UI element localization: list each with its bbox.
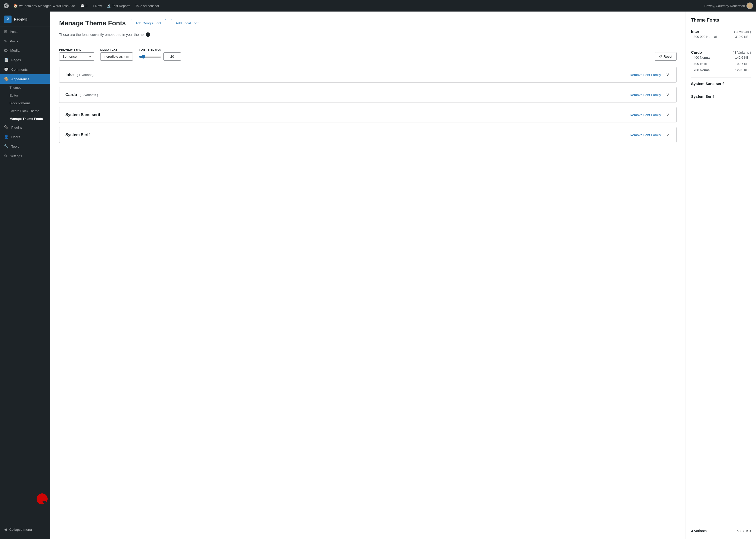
rs-font-name-system-sans: System Sans-serif: [691, 81, 724, 86]
tools-icon: 🔧: [4, 144, 9, 149]
rs-cardo-variant-name-2: 400 Italic: [694, 62, 707, 66]
adminbar-test-reports[interactable]: 🔬 Test Reports: [105, 4, 132, 8]
collapse-label: Collapse menu: [9, 528, 32, 531]
demo-text-label: DEMO TEXT: [100, 48, 133, 51]
rs-cardo-variant-size-3: 129.5 KB: [735, 68, 749, 72]
sidebar-item-plugins[interactable]: 🔌 Plugins: [0, 122, 50, 132]
sidebar-subitem-create-block-theme[interactable]: Create Block Theme: [0, 107, 50, 115]
adminbar-new[interactable]: + New: [91, 4, 103, 8]
sidebar-label-comments: Comments: [11, 68, 28, 71]
font-actions-inter: Remove Font Family ∨: [630, 72, 670, 77]
sidebar-label-tools: Tools: [11, 145, 19, 148]
site-name: wp-beta.dev Managed WordPress Site: [19, 4, 75, 8]
rs-cardo-variant-size-2: 102.7 KB: [735, 62, 749, 66]
add-google-font-button[interactable]: Add Google Font: [131, 19, 166, 27]
rs-cardo-variants-label: ( 3 Variants ): [733, 51, 751, 54]
preview-type-group: PREVIEW TYPE Sentence Alphabet Custom: [59, 48, 94, 61]
sidebar-item-settings[interactable]: ⚙ Settings: [0, 151, 50, 161]
demo-text-input[interactable]: [100, 52, 133, 61]
rs-cardo-variant-2: 400 Italic 102.7 KB: [691, 61, 751, 67]
preview-type-label: PREVIEW TYPE: [59, 48, 94, 51]
sidebar-item-comments[interactable]: 💬 Comments: [0, 65, 50, 74]
sidebar-item-tools[interactable]: 🔧 Tools: [0, 142, 50, 151]
sidebar-subitem-editor[interactable]: Editor: [0, 92, 50, 99]
test-reports-label: Test Reports: [112, 4, 130, 8]
font-actions-cardo: Remove Font Family ∨: [630, 92, 670, 98]
rs-font-name-cardo: Cardo: [691, 50, 702, 54]
sidebar-item-media[interactable]: 🖼 Media: [0, 46, 50, 55]
rs-footer: 4 Variants 693.8 KB: [691, 525, 751, 533]
rs-font-name-system-serif: System Serif: [691, 94, 714, 99]
sidebar-item-users[interactable]: 👤 Users: [0, 132, 50, 142]
rs-cardo-variant-name-3: 700 Normal: [694, 68, 711, 72]
font-size-label: FONT SIZE (PX): [139, 48, 181, 51]
media-icon: 🖼: [4, 48, 8, 53]
remove-system-serif-button[interactable]: Remove Font Family: [630, 133, 661, 137]
remove-cardo-button[interactable]: Remove Font Family: [630, 93, 661, 97]
rs-footer-variants: 4 Variants: [691, 529, 707, 533]
rs-inter-variants-label: ( 1 Variant ): [734, 30, 751, 34]
rs-font-system-sans: System Sans-serif: [691, 81, 751, 86]
sidebar-brand[interactable]: P Pagely®: [0, 12, 50, 27]
page-header: Manage Theme Fonts Add Google Font Add L…: [59, 19, 677, 27]
font-size-group: FONT SIZE (PX): [139, 48, 181, 61]
font-card-system-serif: System Serif Remove Font Family ∨: [59, 127, 677, 143]
rs-inter-variant-size-1: 319.0 KB: [735, 35, 749, 38]
expand-inter-button[interactable]: ∨: [665, 72, 670, 77]
font-name-inter: Inter ( 1 Variant ): [65, 72, 94, 77]
sidebar-subitem-themes[interactable]: Themes: [0, 84, 50, 92]
sidebar-label-appearance: Appearance: [11, 77, 30, 81]
adminbar-site[interactable]: 🏠 wp-beta.dev Managed WordPress Site: [12, 4, 77, 8]
sidebar-item-posts[interactable]: ✎ Posts: [0, 37, 50, 46]
sidebar-subitem-block-patterns[interactable]: Block Patterns: [0, 99, 50, 107]
sidebar-subitem-manage-theme-fonts[interactable]: Manage Theme Fonts: [0, 115, 50, 122]
font-name-system-sans: System Sans-serif: [65, 113, 100, 117]
adminbar-screenshot[interactable]: Take screenshot: [134, 4, 161, 8]
font-card-system-sans: System Sans-serif Remove Font Family ∨: [59, 107, 677, 123]
sidebar-label-media: Media: [10, 49, 20, 52]
font-size-input[interactable]: [163, 52, 181, 61]
rs-divider-1: [691, 44, 751, 44]
preview-type-select[interactable]: Sentence Alphabet Custom: [59, 52, 94, 61]
reset-label: Reset: [663, 55, 672, 58]
controls-row: PREVIEW TYPE Sentence Alphabet Custom DE…: [59, 48, 677, 61]
sidebar-label-settings: Settings: [10, 154, 22, 158]
sidebar-label-dashboard: Posts: [10, 30, 18, 34]
expand-cardo-button[interactable]: ∨: [665, 92, 670, 98]
main-content: Manage Theme Fonts Add Google Font Add L…: [50, 12, 686, 539]
reset-button[interactable]: ↺ Reset: [655, 52, 677, 61]
settings-icon: ⚙: [4, 154, 7, 158]
reset-icon: ↺: [659, 54, 662, 58]
font-actions-system-sans: Remove Font Family ∨: [630, 112, 670, 117]
sidebar: P Pagely® ⊞ Posts ✎ Posts 🖼 Media 📄 Page…: [0, 12, 50, 539]
sidebar-collapse[interactable]: ◀ Collapse menu: [0, 525, 50, 534]
right-sidebar: Theme Fonts Inter ( 1 Variant ) 300 900 …: [686, 12, 756, 539]
remove-inter-button[interactable]: Remove Font Family: [630, 73, 661, 77]
sidebar-label-plugins: Plugins: [11, 125, 22, 129]
expand-system-sans-button[interactable]: ∨: [665, 112, 670, 117]
sidebar-item-appearance[interactable]: 🎨 Appearance: [0, 74, 50, 84]
dashboard-icon: ⊞: [4, 29, 7, 34]
remove-system-sans-button[interactable]: Remove Font Family: [630, 113, 661, 117]
sidebar-item-dashboard[interactable]: ⊞ Posts: [0, 27, 50, 37]
wp-logo[interactable]: [3, 3, 10, 9]
page-title: Manage Theme Fonts: [59, 19, 126, 27]
font-size-slider[interactable]: [139, 55, 161, 59]
add-local-font-button[interactable]: Add Local Font: [171, 19, 203, 27]
font-card-cardo: Cardo ( 3 Variants ) Remove Font Family …: [59, 87, 677, 103]
admin-bar: 🏠 wp-beta.dev Managed WordPress Site 💬 0…: [0, 0, 756, 12]
info-icon[interactable]: i: [146, 32, 150, 37]
brand-name: Pagely®: [14, 17, 27, 21]
expand-system-serif-button[interactable]: ∨: [665, 132, 670, 138]
sidebar-label-users: Users: [11, 135, 20, 139]
users-icon: 👤: [4, 135, 9, 139]
sidebar-item-pages[interactable]: 📄 Pages: [0, 55, 50, 65]
adminbar-comments[interactable]: 💬 0: [79, 4, 89, 8]
rs-cardo-variant-size-1: 142.6 KB: [735, 56, 749, 59]
font-size-slider-group: [139, 52, 181, 61]
font-card-inter-header: Inter ( 1 Variant ) Remove Font Family ∨: [59, 67, 676, 83]
plugins-icon: 🔌: [4, 125, 9, 130]
comments-icon: 💬: [4, 67, 9, 72]
user-greeting: Howdy, Courtney Robertson: [704, 4, 745, 8]
collapse-icon: ◀: [4, 527, 7, 531]
